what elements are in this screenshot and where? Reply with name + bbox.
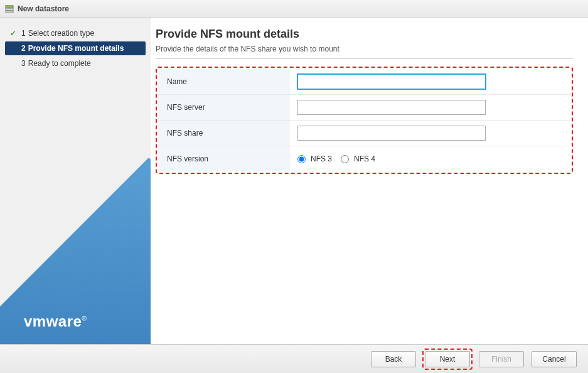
- step-number: 1: [21, 29, 26, 38]
- name-input[interactable]: [297, 74, 486, 89]
- svg-rect-0: [6, 5, 13, 8]
- back-button[interactable]: Back: [371, 351, 416, 367]
- wizard-sidebar: ✓ 1 Select creation type 2 Provide NFS m…: [0, 18, 151, 344]
- svg-rect-2: [6, 11, 13, 13]
- nfs3-radio[interactable]: [297, 155, 306, 163]
- svg-rect-1: [6, 8, 13, 11]
- checkmark-icon: ✓: [10, 29, 19, 38]
- cancel-button[interactable]: Cancel: [532, 351, 577, 367]
- nfs-server-input[interactable]: [297, 100, 486, 115]
- nfs-server-label: NFS server: [158, 95, 290, 120]
- finish-button: Finish: [479, 351, 524, 367]
- window-title: New datastore: [18, 4, 69, 13]
- form-highlight-box: Name NFS server NFS share NFS version: [156, 67, 573, 174]
- wizard-footer: Back Next Finish Cancel: [0, 344, 588, 373]
- name-label: Name: [158, 69, 290, 94]
- form-row-version: NFS version NFS 3 NFS 4: [158, 146, 570, 171]
- form-row-server: NFS server: [158, 95, 570, 121]
- page-title: Provide NFS mount details: [156, 28, 573, 41]
- wizard-steps: ✓ 1 Select creation type 2 Provide NFS m…: [0, 18, 151, 80]
- nfs3-label[interactable]: NFS 3: [311, 154, 332, 163]
- step-provide-nfs-mount-details[interactable]: 2 Provide NFS mount details: [5, 41, 146, 55]
- nfs4-label[interactable]: NFS 4: [354, 154, 375, 163]
- step-ready-to-complete[interactable]: 3 Ready to complete: [5, 57, 146, 70]
- step-number: 2: [21, 44, 26, 53]
- step-label: Ready to complete: [28, 59, 91, 68]
- page-subtitle: Provide the details of the NFS share you…: [156, 45, 573, 59]
- nfs-version-radio-group: NFS 3 NFS 4: [297, 154, 380, 163]
- nfs-share-label: NFS share: [158, 121, 290, 146]
- content-area: ✓ 1 Select creation type 2 Provide NFS m…: [0, 18, 588, 344]
- next-button[interactable]: Next: [425, 351, 470, 367]
- datastore-icon: [5, 4, 14, 13]
- main-panel: Provide NFS mount details Provide the de…: [151, 18, 588, 344]
- nfs-version-label: NFS version: [158, 146, 290, 171]
- step-select-creation-type[interactable]: ✓ 1 Select creation type: [5, 26, 146, 40]
- form-row-share: NFS share: [158, 121, 570, 146]
- step-label: Select creation type: [28, 29, 94, 38]
- step-label: Provide NFS mount details: [28, 44, 124, 53]
- step-number: 3: [21, 59, 26, 68]
- nfs4-radio[interactable]: [341, 155, 349, 163]
- vmware-logo: vmware®: [24, 313, 87, 330]
- titlebar: New datastore: [0, 0, 588, 18]
- nfs-share-input[interactable]: [297, 126, 486, 141]
- form-row-name: Name: [158, 69, 570, 95]
